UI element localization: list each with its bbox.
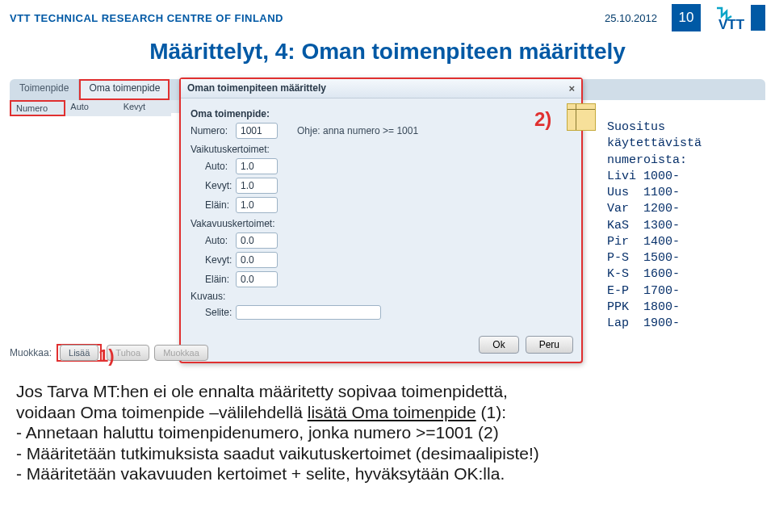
sugg-r5: Pir 1400-	[607, 234, 702, 250]
sugg-r9: PPK 1800-	[607, 300, 702, 316]
col-auto: Auto	[65, 100, 118, 116]
dialog-titlebar: Oman toimenpiteen määrittely ×	[181, 79, 581, 98]
sugg-l1: Suositus	[607, 119, 702, 136]
col-numero: Numero	[10, 100, 65, 116]
sugg-l3: numeroista:	[607, 153, 702, 169]
vaik-kevyt-label: Kevyt:	[191, 180, 236, 191]
selite-input[interactable]	[236, 305, 381, 320]
vak-elain-label: Eläin:	[191, 274, 236, 285]
modify-label: Muokkaa:	[10, 347, 52, 358]
vaik-auto-input[interactable]: 1.0	[236, 158, 278, 174]
page-number: 10	[672, 4, 701, 31]
col-kevyt: Kevyt	[119, 100, 171, 116]
vaik-kevyt-input[interactable]: 1.0	[236, 178, 278, 194]
ruler-icon	[567, 103, 596, 131]
dialog-title: Oman toimenpiteen määrittely	[187, 82, 326, 94]
marker-2: 2)	[534, 108, 551, 131]
sugg-r3: Var 1200-	[607, 201, 702, 217]
ok-button[interactable]: Ok	[479, 336, 518, 354]
sugg-r2: Uus 1100-	[607, 185, 702, 201]
vak-elain-input[interactable]: 0.0	[236, 271, 278, 287]
slide-header: VTT TECHNICAL RESEARCH CENTRE OF FINLAND…	[0, 0, 775, 32]
numero-input[interactable]: 1001	[236, 123, 278, 139]
vakavuus-header: Vakavuuskertoimet:	[191, 218, 572, 229]
tab-toimenpide[interactable]: Toimenpide	[10, 79, 79, 100]
marker-1: 1)	[98, 346, 115, 367]
body-l1: Jos Tarva MT:hen ei ole ennalta määritet…	[16, 381, 759, 402]
close-icon[interactable]: ×	[568, 82, 575, 94]
dialog-body: Oma toimenpide: Numero: 1001 Ohje: anna …	[181, 98, 581, 331]
body-l4: - Määritetään tutkimuksista saadut vaiku…	[16, 443, 759, 464]
slide-date: 25.10.2012	[605, 12, 657, 24]
sugg-r4: KaS 1300-	[607, 218, 702, 234]
bg-column-headers: Numero Auto Kevyt	[10, 100, 171, 116]
vaikutus-header: Vaikutuskertoimet:	[191, 144, 572, 155]
vak-kevyt-label: Kevyt:	[191, 254, 236, 266]
slide-title: Määrittelyt, 4: Oman toimenpiteen määrit…	[0, 39, 775, 65]
body-l3: - Annetaan haluttu toimenpidenumero, jon…	[16, 422, 759, 443]
vaik-elain-label: Eläin:	[191, 199, 236, 211]
lisaa-button[interactable]: Lisää	[60, 345, 98, 361]
sugg-r6: P-S 1500-	[607, 250, 702, 266]
numero-label: Numero:	[191, 125, 236, 136]
body-l5: - Määritetään vakavuuden kertoimet + sel…	[16, 463, 759, 484]
org-name: VTT TECHNICAL RESEARCH CENTRE OF FINLAND	[10, 12, 283, 24]
peru-button[interactable]: Peru	[526, 336, 573, 354]
dialog-footer: Ok Peru	[181, 331, 581, 362]
sugg-r7: K-S 1600-	[607, 266, 702, 283]
body-l2b: (1):	[476, 403, 506, 421]
lisaa-wrapper: Lisää	[57, 344, 102, 362]
suggestion-block: Suositus käytettävistä numeroista: Livi …	[607, 119, 702, 332]
sugg-r10: Lap 1900-	[607, 316, 702, 332]
sugg-r1: Livi 1000-	[607, 169, 702, 185]
svg-rect-1	[751, 5, 765, 31]
svg-text:VTT: VTT	[718, 17, 745, 31]
body-l2u: lisätä Oma toimenpide	[308, 403, 476, 421]
body-text: Jos Tarva MT:hen ei ole ennalta määritet…	[16, 381, 759, 484]
dialog-oman-toimenpiteen: Oman toimenpiteen määrittely × Oma toime…	[179, 77, 583, 363]
sugg-l2: käytettävistä	[607, 136, 702, 152]
vaik-elain-input[interactable]: 1.0	[236, 197, 278, 213]
body-l2-wrap: voidaan Oma toimenpide –välilehdellä lis…	[16, 402, 759, 423]
muokkaa-button[interactable]: Muokkaa	[154, 345, 208, 361]
kuvaus-label: Kuvaus:	[191, 291, 236, 302]
numero-hint: Ohje: anna numero >= 1001	[297, 125, 418, 136]
selite-label: Selite:	[191, 307, 236, 318]
oma-toimenpide-label: Oma toimenpide:	[191, 108, 270, 119]
vaik-auto-label: Auto:	[191, 161, 236, 172]
tab-oma-toimenpide[interactable]: Oma toimenpide	[79, 79, 170, 100]
vak-auto-input[interactable]: 0.0	[236, 232, 278, 249]
sugg-r8: E-P 1700-	[607, 283, 702, 300]
body-l2a: voidaan Oma toimenpide –välilehdellä	[16, 403, 308, 421]
screenshot-canvas: Toimenpide Oma toimenpide Muutoskerroin …	[10, 69, 765, 376]
vtt-logo: VTT	[715, 5, 765, 31]
vak-kevyt-input[interactable]: 0.0	[236, 252, 278, 268]
vak-auto-label: Auto:	[191, 235, 236, 246]
header-right: 25.10.2012 10 VTT	[605, 4, 765, 31]
